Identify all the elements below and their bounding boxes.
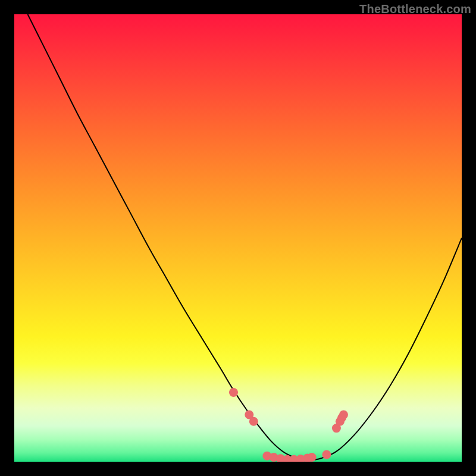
chart-plot-area	[14, 14, 462, 462]
bottleneck-curve	[28, 14, 462, 460]
chart-svg	[14, 14, 462, 462]
data-marker	[229, 388, 238, 397]
watermark-text: TheBottleneck.com	[359, 2, 471, 16]
data-marker	[322, 450, 331, 459]
data-marker	[339, 411, 348, 419]
data-marker	[308, 453, 317, 462]
data-marker	[249, 417, 258, 426]
